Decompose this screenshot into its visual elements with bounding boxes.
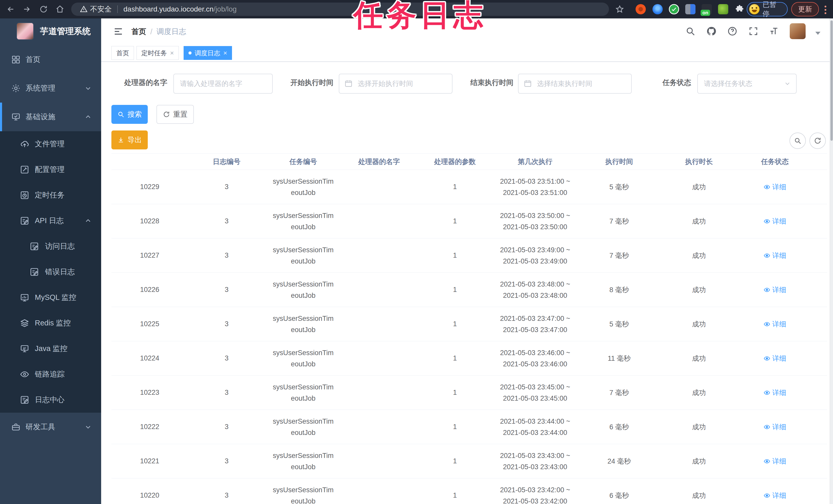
browser-forward-icon[interactable] bbox=[21, 4, 32, 15]
browser-update-button[interactable]: 更新 bbox=[791, 2, 819, 16]
security-warning[interactable]: 不安全 bbox=[80, 4, 112, 14]
sidebar-item-infrastructure[interactable]: 基础设施 bbox=[0, 103, 101, 131]
fullscreen-icon[interactable] bbox=[748, 26, 759, 37]
tab-home[interactable]: 首页 bbox=[111, 46, 134, 60]
cell-status: 成功 bbox=[661, 341, 737, 375]
table-row[interactable]: 10220 3 sysUserSessionTim eoutJob 1 2021… bbox=[111, 478, 827, 504]
extension-icon-on-badge[interactable]: on bbox=[701, 4, 712, 14]
start-time-input[interactable] bbox=[339, 74, 452, 94]
sidebar-item-scheduled-tasks[interactable]: 定时任务 bbox=[0, 182, 101, 208]
edit-square-icon bbox=[20, 165, 29, 174]
table-row[interactable]: 10223 3 sysUserSessionTim eoutJob 1 2021… bbox=[111, 376, 827, 410]
sidebar-item-log-center[interactable]: 日志中心 bbox=[0, 387, 101, 413]
detail-action-link[interactable]: 详细 bbox=[737, 307, 813, 341]
end-time-picker[interactable] bbox=[518, 74, 632, 94]
table-row[interactable]: 10229 3 sysUserSessionTim eoutJob 1 2021… bbox=[111, 170, 827, 204]
extension-icon-android[interactable] bbox=[718, 4, 728, 14]
table-row[interactable]: 10225 3 sysUserSessionTim eoutJob 1 2021… bbox=[111, 307, 827, 341]
sidebar-item-error-logs[interactable]: 错误日志 bbox=[0, 259, 101, 285]
security-label: 不安全 bbox=[90, 4, 112, 14]
sidebar-item-mysql-monitor[interactable]: MySQL 监控 bbox=[0, 285, 101, 310]
search-icon[interactable] bbox=[685, 26, 696, 37]
cell-exec-time: 2021-05-03 23:45:00 ~ 2021-05-03 23:45:0… bbox=[493, 376, 577, 410]
sidebar-item-redis-monitor[interactable]: Redis 监控 bbox=[0, 310, 101, 336]
detail-action-link[interactable]: 详细 bbox=[737, 341, 813, 375]
extension-icon-grid[interactable] bbox=[685, 4, 695, 14]
cell-status: 成功 bbox=[661, 204, 737, 238]
search-button[interactable]: 搜索 bbox=[111, 105, 148, 124]
detail-action-link[interactable]: 详细 bbox=[737, 238, 813, 273]
eye-icon bbox=[764, 218, 770, 225]
sidebar-item-api-logs[interactable]: API 日志 bbox=[0, 208, 101, 233]
cell-exec-index: 1 bbox=[417, 444, 493, 478]
cell-handler-param bbox=[341, 478, 417, 504]
calendar-icon bbox=[344, 79, 353, 87]
browser-menu-icon[interactable] bbox=[824, 6, 827, 15]
toggle-search-button[interactable] bbox=[789, 132, 806, 149]
sidebar-item-home[interactable]: 首页 bbox=[0, 45, 101, 74]
browser-home-icon[interactable] bbox=[54, 4, 66, 15]
user-avatar[interactable] bbox=[790, 23, 806, 39]
handler-name-input[interactable] bbox=[173, 74, 273, 94]
sidebar-item-dev-tools[interactable]: 研发工具 bbox=[0, 413, 101, 441]
start-time-label: 开始执行时间 bbox=[289, 78, 333, 87]
sidebar-item-java-monitor[interactable]: Java 监控 bbox=[0, 336, 101, 361]
sidebar-item-label: 错误日志 bbox=[45, 267, 75, 277]
sidebar-item-file-management[interactable]: 文件管理 bbox=[0, 131, 101, 157]
cell-exec-time: 2021-05-03 23:51:00 ~ 2021-05-03 23:51:0… bbox=[493, 170, 577, 204]
extensions-puzzle-icon[interactable] bbox=[734, 4, 745, 14]
extension-icon-green-check[interactable] bbox=[669, 4, 679, 14]
bookmark-star-icon[interactable] bbox=[614, 4, 625, 15]
close-icon[interactable]: × bbox=[170, 50, 174, 56]
browser-reload-icon[interactable] bbox=[38, 4, 49, 15]
detail-action-link[interactable]: 详细 bbox=[737, 273, 813, 307]
scrollbar-thumb[interactable] bbox=[830, 21, 833, 141]
detail-action-link[interactable]: 详细 bbox=[737, 444, 813, 478]
extension-icon-orange[interactable] bbox=[636, 4, 646, 14]
github-icon[interactable] bbox=[706, 26, 717, 37]
start-time-picker[interactable] bbox=[339, 74, 452, 94]
tab-job-log[interactable]: 调度日志 × bbox=[184, 46, 232, 60]
table-row[interactable]: 10226 3 sysUserSessionTim eoutJob 1 2021… bbox=[111, 273, 827, 307]
job-status-select[interactable]: 请选择任务状态 bbox=[697, 74, 796, 94]
sidebar-item-tracing[interactable]: 链路追踪 bbox=[0, 361, 101, 387]
detail-action-link[interactable]: 详细 bbox=[737, 204, 813, 238]
app-logo-row[interactable]: 芋道管理系统 bbox=[16, 23, 91, 40]
profile-paused-badge[interactable]: 已暂停 bbox=[747, 2, 788, 16]
end-time-input[interactable] bbox=[518, 74, 632, 94]
table-header-cell: 日志编号 bbox=[188, 154, 265, 170]
sidebar-submenu-infrastructure: 文件管理 配置管理 定时任务 API 日志 访问日志 错误日志 bbox=[0, 131, 101, 413]
address-bar[interactable]: 不安全 dashboard.yudao.iocoder.cn/job/log bbox=[71, 3, 609, 16]
refresh-table-button[interactable] bbox=[809, 132, 826, 149]
table-row[interactable]: 10222 3 sysUserSessionTim eoutJob 1 2021… bbox=[111, 410, 827, 444]
table-row[interactable]: 10224 3 sysUserSessionTim eoutJob 1 2021… bbox=[111, 341, 827, 376]
detail-action-link[interactable]: 详细 bbox=[737, 170, 813, 204]
reset-button[interactable]: 重置 bbox=[157, 105, 194, 124]
export-button[interactable]: 导出 bbox=[111, 130, 148, 149]
handler-name-label: 处理器的名字 bbox=[124, 78, 167, 87]
cell-log-id: 10227 bbox=[111, 238, 188, 273]
user-menu-caret-icon[interactable] bbox=[815, 32, 820, 35]
detail-action-link[interactable]: 详细 bbox=[737, 376, 813, 410]
detail-action-link[interactable]: 详细 bbox=[737, 410, 813, 444]
close-icon[interactable]: × bbox=[223, 50, 227, 56]
sidebar-item-config-management[interactable]: 配置管理 bbox=[0, 157, 101, 182]
font-size-icon[interactable] bbox=[769, 26, 780, 37]
page-scrollbar[interactable] bbox=[830, 19, 833, 504]
table-row[interactable]: 10228 3 sysUserSessionTim eoutJob 1 2021… bbox=[111, 204, 827, 238]
dashboard-icon bbox=[11, 55, 21, 64]
breadcrumb-home[interactable]: 首页 bbox=[132, 27, 146, 37]
tab-scheduled-tasks[interactable]: 定时任务 × bbox=[137, 46, 179, 60]
sidebar-toggle-icon[interactable] bbox=[113, 26, 124, 36]
sidebar-item-system[interactable]: 系统管理 bbox=[0, 74, 101, 103]
cell-exec-time: 2021-05-03 23:46:00 ~ 2021-05-03 23:46:0… bbox=[493, 341, 577, 375]
table-row[interactable]: 10221 3 sysUserSessionTim eoutJob 1 2021… bbox=[111, 444, 827, 478]
sidebar-item-label: 定时任务 bbox=[35, 190, 65, 200]
table-row[interactable]: 10227 3 sysUserSessionTim eoutJob 1 2021… bbox=[111, 238, 827, 273]
browser-back-icon[interactable] bbox=[5, 4, 16, 15]
sidebar-item-access-logs[interactable]: 访问日志 bbox=[0, 233, 101, 259]
refresh-icon bbox=[163, 111, 170, 118]
extension-icon-blue-pin[interactable] bbox=[652, 4, 663, 14]
detail-action-link[interactable]: 详细 bbox=[737, 478, 813, 504]
help-icon[interactable] bbox=[727, 26, 738, 37]
